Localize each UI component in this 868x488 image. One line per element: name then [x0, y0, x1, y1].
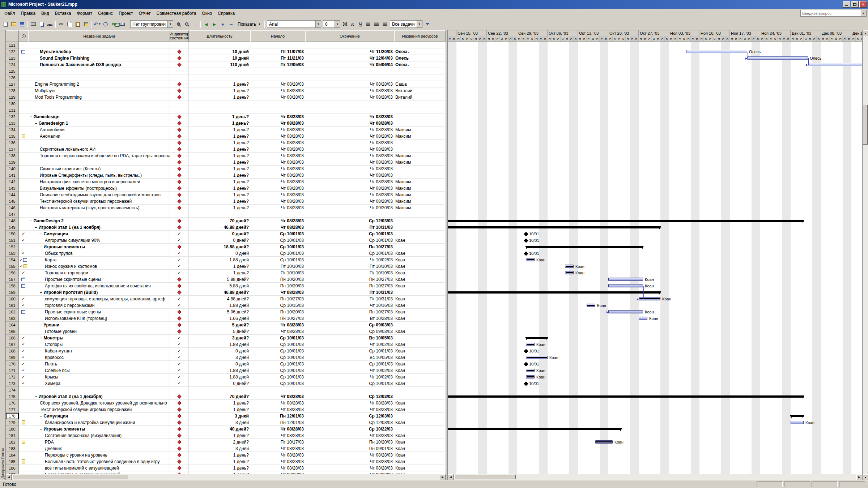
task-name-cell[interactable]: −Монстры [28, 335, 170, 341]
resource-cell[interactable]: Коан [394, 406, 446, 413]
resource-cell[interactable]: Коан [394, 257, 446, 263]
row-number-cell[interactable]: 159 [6, 289, 19, 296]
table-row[interactable]: 162Простые скриптовые сцены5.06 дней?Пн … [6, 309, 446, 315]
task-name-cell[interactable]: Визуальные эффекты (постпроцессы) [28, 185, 170, 192]
copy-button[interactable] [65, 20, 73, 28]
row-number-cell[interactable]: 177 [6, 406, 19, 413]
duration-cell[interactable]: 1 день? [189, 146, 250, 153]
duration-cell[interactable]: 1 день? [189, 400, 250, 406]
task-name-cell[interactable]: Большая часть "готовых" уровней соединен… [28, 458, 170, 465]
table-row[interactable]: 157Простые скриптовые сцены5.88 дней?Пн … [6, 276, 446, 283]
finish-cell[interactable]: Чт 08/28/03 [305, 179, 394, 185]
gantt-bar[interactable] [565, 265, 574, 268]
start-cell[interactable] [250, 42, 305, 48]
duration-header[interactable]: Длительность [189, 30, 250, 42]
week-header-cell[interactable]: Дек 08, '03 [821, 30, 851, 36]
scroll-up-icon[interactable]: ▲ [863, 30, 868, 36]
row-number-cell[interactable]: 174 [6, 387, 19, 393]
resource-cell[interactable] [394, 68, 446, 74]
collapse-icon[interactable]: − [35, 225, 37, 230]
resource-cell[interactable]: Максим [394, 179, 446, 185]
row-number-cell[interactable]: 155 [6, 263, 19, 270]
resource-cell[interactable] [394, 100, 446, 107]
table-row[interactable]: 1391 день?Чт 08/28/03Чт 08/28/03Максим [6, 159, 446, 166]
duration-cell[interactable]: 1 день? [189, 406, 250, 413]
duration-cell[interactable]: 1 день? [189, 465, 250, 471]
resource-cell[interactable]: Коан [394, 348, 446, 354]
gantt-bar[interactable] [639, 317, 647, 320]
menu-item[interactable]: Справка [215, 10, 238, 17]
start-cell[interactable]: Чт 08/28/03 [250, 322, 305, 328]
row-number-cell[interactable]: 152 [6, 244, 19, 250]
resources-header[interactable]: Названия ресурсов [394, 30, 446, 42]
row-number-cell[interactable]: 183 [6, 445, 19, 452]
format-painter-button[interactable] [82, 20, 90, 28]
finish-cell[interactable]: Пт 10/31/03 [305, 289, 394, 296]
table-row[interactable]: 166−Монстры✓3 дней?Ср 10/01/03Вс 10/05/0… [6, 335, 446, 341]
start-cell[interactable]: Чт 08/28/03 [250, 172, 305, 179]
resource-cell[interactable]: Коан [394, 361, 446, 367]
row-number-cell[interactable]: 125 [6, 68, 19, 74]
row-number-cell[interactable]: 165 [6, 328, 19, 335]
finish-cell[interactable] [305, 100, 394, 107]
resource-cell[interactable]: Коан [394, 302, 446, 309]
finish-cell[interactable]: Чт 08/28/03 [305, 114, 394, 120]
finish-cell[interactable]: Чт 10/02/03 [305, 257, 394, 263]
resource-cell[interactable]: Коан [394, 432, 446, 439]
collapse-icon[interactable]: − [40, 323, 42, 327]
task-name-cell[interactable]: Обыск трупов [28, 250, 170, 257]
start-cell[interactable]: Чт 08/28/03 [250, 81, 305, 87]
duration-cell[interactable]: 0 дней? [189, 380, 250, 387]
gantt-milestone[interactable] [524, 349, 528, 354]
finish-cell[interactable]: Вс 10/05/03 [305, 354, 394, 361]
gantt-milestone[interactable] [524, 251, 528, 256]
resource-cell[interactable]: Коан [394, 380, 446, 387]
row-number-cell[interactable]: 181 [6, 432, 19, 439]
filter-dropdown-icon[interactable]: ▼ [417, 21, 422, 27]
close-button[interactable]: × [859, 1, 867, 8]
finish-cell[interactable]: Чт 08/28/03 [305, 458, 394, 465]
resource-cell[interactable]: Олесь [394, 48, 446, 55]
duration-cell[interactable]: 40 дней? [189, 426, 250, 432]
resource-cell[interactable]: Коан [394, 452, 446, 458]
finish-cell[interactable]: Пт 10/31/03 [305, 296, 394, 302]
row-number-cell[interactable]: 141 [6, 172, 19, 179]
table-row[interactable]: 167Стопоры✓1.88 днейСр 10/01/03Чт 10/02/… [6, 341, 446, 348]
row-number-cell[interactable]: 178 [6, 413, 19, 419]
scrollbar-thumb[interactable] [454, 475, 516, 479]
start-cell[interactable]: Пт 10/10/03 [250, 263, 305, 270]
start-cell[interactable]: Пн 10/20/03 [250, 276, 305, 283]
finish-cell[interactable]: Ср 09/03/03 [305, 328, 394, 335]
resource-cell[interactable] [394, 244, 446, 250]
finish-cell[interactable]: Пн 09/01/03 [305, 445, 394, 452]
save-button[interactable] [18, 20, 26, 28]
new-button[interactable] [1, 20, 9, 28]
row-number-cell[interactable]: 175 [6, 393, 19, 400]
start-cell[interactable]: Пт 11/07/03 [250, 48, 305, 55]
duration-cell[interactable]: 5.88 дней [189, 283, 250, 289]
finish-cell[interactable]: Пт 10/10/03 [305, 263, 394, 270]
start-cell[interactable]: Чт 08/28/03 [250, 205, 305, 211]
table-row[interactable]: 178−Симуляция3 днейПн 12/01/03Ср 12/03/0… [6, 413, 446, 419]
finish-cell[interactable]: Пн 10/27/03 [305, 283, 394, 289]
collapse-icon[interactable]: − [35, 121, 37, 125]
finish-cell[interactable]: Чт 10/16/03 [305, 302, 394, 309]
table-row[interactable]: 180−Игровые элементы40 дней?Чт 08/28/03С… [6, 426, 446, 432]
finish-header[interactable]: Окончание [305, 30, 394, 42]
task-name-cell[interactable]: Дневник [28, 445, 170, 452]
table-row[interactable]: 137Скриптовые локального АИ1 день?Чт 08/… [6, 146, 446, 153]
duration-cell[interactable]: 1 день? [189, 94, 250, 100]
menu-item[interactable]: Вставка [52, 10, 74, 17]
gantt-summary-bar[interactable] [448, 226, 660, 228]
task-name-cell[interactable] [28, 159, 170, 166]
task-name-cell[interactable]: Мультиплейер [28, 48, 170, 55]
finish-cell[interactable]: Чт 09/20/03 [305, 205, 394, 211]
finish-cell[interactable]: Ср 12/03/03 [305, 413, 394, 419]
resource-cell[interactable] [394, 172, 446, 179]
finish-cell[interactable]: Ср 10/01/03 [305, 250, 394, 257]
font-size-combo[interactable]: 8 ▼ [323, 20, 340, 28]
row-number-cell[interactable]: 138 [6, 153, 19, 159]
duration-cell[interactable]: 1 день? [189, 270, 250, 276]
task-name-cell[interactable]: Переходы с уровня на уровень [28, 452, 170, 458]
start-cell[interactable]: Ср 10/01/03 [250, 380, 305, 387]
